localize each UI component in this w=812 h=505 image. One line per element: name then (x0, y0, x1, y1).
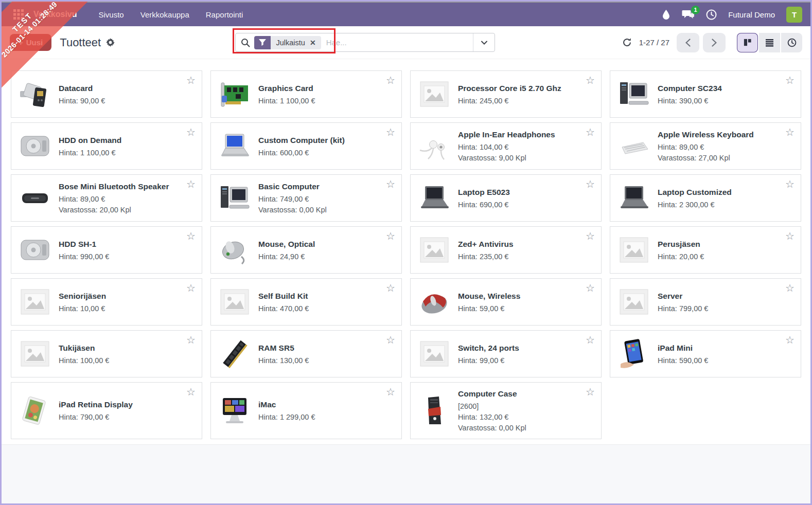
product-card[interactable]: Switch, 24 ports Hinta: 99,00 € ☆ (410, 330, 602, 377)
price-label: Hinta: (658, 97, 677, 105)
kanban-view-button[interactable] (737, 33, 758, 52)
product-card[interactable]: HDD on Demand Hinta: 1 100,00 € ☆ (11, 122, 202, 170)
product-card[interactable]: Graphics Card Hinta: 1 100,00 € ☆ (210, 70, 402, 118)
product-card[interactable]: Server Hinta: 799,00 € ☆ (610, 278, 801, 326)
product-image (218, 78, 251, 111)
favorite-star-icon[interactable]: ☆ (785, 74, 795, 86)
product-name: Self Build Kit (258, 292, 381, 301)
product-card[interactable]: RAM SR5 Hinta: 130,00 € ☆ (210, 330, 402, 377)
activity-view-button[interactable] (781, 33, 802, 52)
product-price: 245,00 € (480, 97, 508, 105)
product-name: Computer SC234 (658, 84, 780, 93)
price-label: Hinta: (258, 195, 278, 203)
favorite-star-icon[interactable]: ☆ (785, 334, 795, 346)
product-card[interactable]: Apple In-Ear Headphones Hinta: 104,00 € … (410, 122, 602, 170)
list-view-button[interactable] (759, 33, 780, 52)
product-card[interactable]: Perusjäsen Hinta: 20,00 € ☆ (610, 226, 801, 274)
product-card[interactable]: Tukijäsen Hinta: 100,00 € ☆ (11, 330, 202, 377)
apps-grid-icon[interactable] (10, 6, 27, 23)
favorite-star-icon[interactable]: ☆ (186, 230, 196, 242)
product-card[interactable]: Seniorijäsen Hinta: 10,00 € ☆ (11, 278, 202, 326)
product-card[interactable]: Mouse, Wireless Hinta: 59,00 € ☆ (410, 278, 602, 326)
app-window: Verkkosivu Sivusto Verkkokauppa Raportoi… (0, 0, 812, 505)
product-card[interactable]: Laptop Customized Hinta: 2 300,00 € ☆ (610, 174, 801, 222)
favorite-star-icon[interactable]: ☆ (186, 386, 196, 398)
product-card[interactable]: Bose Mini Bluetooth Speaker Hinta: 89,00… (11, 174, 202, 222)
product-stock-row: Varastossa: 0,00 Kpl (458, 424, 580, 432)
menu-verkkokauppa[interactable]: Verkkokauppa (140, 10, 189, 19)
favorite-star-icon[interactable]: ☆ (586, 178, 595, 190)
search-input[interactable] (321, 38, 473, 47)
favorite-star-icon[interactable]: ☆ (186, 178, 196, 190)
message-count-badge: 1 (691, 6, 700, 14)
favorite-star-icon[interactable]: ☆ (586, 230, 595, 242)
stock-label: Varastossa: (458, 424, 497, 432)
activity-clock-icon[interactable] (706, 9, 717, 20)
menu-raportointi[interactable]: Raportointi (206, 10, 243, 19)
product-image (19, 78, 51, 111)
favorite-star-icon[interactable]: ☆ (186, 282, 196, 294)
product-card[interactable]: iMac Hinta: 1 299,00 € ☆ (210, 382, 402, 439)
search-facets: Julkaistu ✕ (236, 36, 321, 49)
product-image (617, 182, 650, 214)
favorite-star-icon[interactable]: ☆ (386, 334, 395, 346)
product-card[interactable]: Basic Computer Hinta: 749,00 € Varastoss… (210, 174, 402, 222)
favorite-star-icon[interactable]: ☆ (586, 74, 595, 86)
pager-previous-button[interactable] (677, 33, 699, 52)
product-card[interactable]: HDD SH-1 Hinta: 990,00 € ☆ (11, 226, 202, 274)
product-price: 2 300,00 € (679, 201, 715, 209)
product-card[interactable]: Self Build Kit Hinta: 470,00 € ☆ (210, 278, 402, 326)
product-card[interactable]: Mouse, Optical Hinta: 24,90 € ☆ (210, 226, 402, 274)
product-card[interactable]: Computer Case [2600] Hinta: 132,00 € Var… (410, 382, 602, 439)
product-image (617, 78, 650, 111)
product-card[interactable]: Datacard Hinta: 90,00 € ☆ (11, 70, 202, 118)
product-card[interactable]: Processor Core i5 2.70 Ghz Hinta: 245,00… (410, 70, 602, 118)
favorite-star-icon[interactable]: ☆ (785, 282, 795, 294)
filter-facet[interactable]: Julkaistu ✕ (254, 36, 321, 49)
favorite-star-icon[interactable]: ☆ (586, 386, 595, 398)
droplet-icon[interactable] (662, 9, 670, 20)
product-name: Apple In-Ear Headphones (458, 130, 580, 139)
favorite-star-icon[interactable]: ☆ (386, 386, 395, 398)
favorite-star-icon[interactable]: ☆ (386, 282, 395, 294)
favorite-star-icon[interactable]: ☆ (586, 334, 595, 346)
pager-next-button[interactable] (703, 33, 726, 52)
app-brand[interactable]: Verkkosivu (33, 10, 77, 19)
favorite-star-icon[interactable]: ☆ (186, 334, 196, 346)
price-label: Hinta: (458, 356, 478, 365)
product-price-row: Hinta: 600,00 € (258, 149, 381, 157)
product-card[interactable]: Zed+ Antivirus Hinta: 235,00 € ☆ (410, 226, 602, 274)
search-dropdown-toggle[interactable] (473, 33, 495, 51)
product-card[interactable]: iPad Mini Hinta: 590,00 € ☆ (610, 330, 801, 377)
favorite-star-icon[interactable]: ☆ (586, 282, 595, 294)
product-image (617, 285, 650, 318)
menu-sivusto[interactable]: Sivusto (99, 10, 124, 19)
product-card[interactable]: iPad Retina Display Hinta: 790,00 € ☆ (11, 382, 202, 439)
new-button[interactable]: + Uusi (10, 34, 51, 51)
favorite-star-icon[interactable]: ☆ (785, 126, 795, 138)
facet-remove-icon[interactable]: ✕ (310, 39, 316, 46)
product-card[interactable]: Laptop E5023 Hinta: 690,00 € ☆ (410, 174, 602, 222)
refresh-icon[interactable] (622, 38, 632, 47)
favorite-star-icon[interactable]: ☆ (386, 230, 395, 242)
product-card[interactable]: Custom Computer (kit) Hinta: 600,00 € ☆ (210, 122, 402, 170)
favorite-star-icon[interactable]: ☆ (586, 126, 595, 138)
product-image (19, 182, 51, 214)
favorite-star-icon[interactable]: ☆ (785, 178, 795, 190)
gear-icon[interactable] (106, 38, 115, 47)
pager-area: 1-27 / 27 (622, 33, 802, 52)
favorite-star-icon[interactable]: ☆ (186, 74, 196, 86)
search-bar: Julkaistu ✕ (235, 33, 495, 52)
favorite-star-icon[interactable]: ☆ (386, 178, 395, 190)
messages-icon[interactable]: 1 (682, 9, 695, 20)
user-name[interactable]: Futural Demo (728, 10, 775, 19)
avatar[interactable]: T (786, 7, 802, 23)
product-card[interactable]: Computer SC234 Hinta: 390,00 € ☆ (610, 70, 801, 118)
page-title: Tuotteet (60, 36, 101, 49)
favorite-star-icon[interactable]: ☆ (386, 126, 395, 138)
product-card[interactable]: Apple Wireless Keyboard Hinta: 89,00 € V… (610, 122, 801, 170)
product-price: 790,00 € (80, 413, 109, 421)
favorite-star-icon[interactable]: ☆ (785, 230, 795, 242)
favorite-star-icon[interactable]: ☆ (386, 74, 395, 86)
favorite-star-icon[interactable]: ☆ (186, 126, 196, 138)
